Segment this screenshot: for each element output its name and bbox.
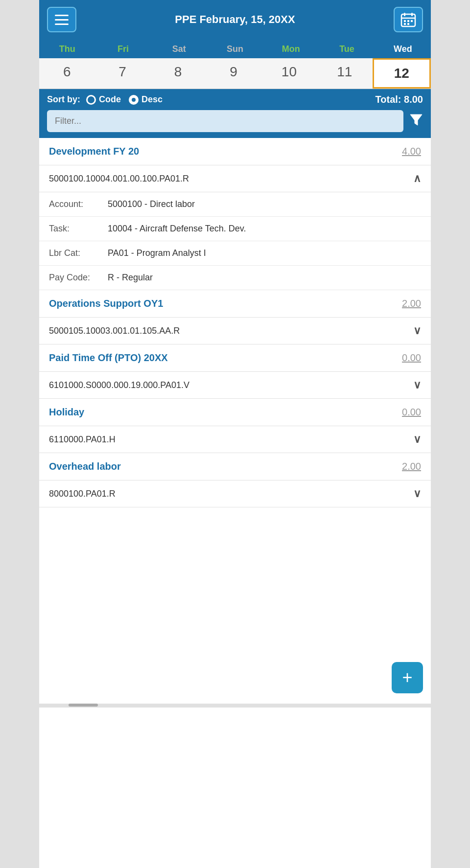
- detail-label-account: Account:: [49, 199, 108, 209]
- calendar-icon: [400, 12, 416, 27]
- calendar-button[interactable]: [394, 7, 423, 32]
- code-text-5: 8000100.PA01.R: [49, 489, 116, 499]
- chevron-down-5[interactable]: ∨: [413, 487, 421, 500]
- day-header-wed[interactable]: Wed: [375, 39, 431, 58]
- project-hours-5[interactable]: 2.00: [402, 461, 421, 472]
- filter-icon[interactable]: [409, 113, 423, 130]
- sort-code-radio[interactable]: [86, 95, 96, 105]
- header-title: PPE February, 15, 20XX: [175, 13, 295, 26]
- code-text-1: 5000100.10004.001.00.100.PA01.R: [49, 174, 189, 184]
- project-row-1[interactable]: Development FY 20 4.00: [39, 138, 431, 165]
- project-name-4: Holiday: [49, 407, 84, 418]
- day-header-tue[interactable]: Tue: [319, 39, 375, 58]
- day-number-8[interactable]: 8: [150, 58, 206, 89]
- scrollbar-area: [39, 704, 431, 708]
- svg-rect-5: [407, 20, 409, 22]
- code-row-3[interactable]: 6101000.S0000.000.19.000.PA01.V ∨: [39, 372, 431, 399]
- add-button[interactable]: +: [392, 662, 423, 693]
- sort-code-label: Code: [99, 94, 121, 105]
- sort-label: Sort by:: [47, 94, 80, 105]
- radio-group: Code Desc: [86, 94, 376, 105]
- sort-desc-label: Desc: [141, 94, 163, 105]
- day-number-6[interactable]: 6: [39, 58, 94, 89]
- day-header-thu[interactable]: Thu: [39, 39, 95, 58]
- code-row-4[interactable]: 6110000.PA01.H ∨: [39, 426, 431, 453]
- code-text-2: 5000105.10003.001.01.105.AA.R: [49, 326, 180, 336]
- project-row-2[interactable]: Operations Support OY1 2.00: [39, 290, 431, 318]
- hamburger-line-2: [55, 19, 69, 21]
- detail-row-lbrcat: Lbr Cat: PA01 - Program Analyst I: [39, 241, 431, 266]
- add-button-label: +: [402, 667, 412, 688]
- project-hours-2[interactable]: 2.00: [402, 298, 421, 309]
- detail-row-task: Task: 10004 - Aircraft Defense Tech. Dev…: [39, 217, 431, 241]
- total-label: Total: 8.00: [376, 94, 423, 105]
- code-row-1[interactable]: 5000100.10004.001.00.100.PA01.R ∧: [39, 165, 431, 192]
- svg-rect-7: [404, 23, 406, 25]
- sort-desc-option[interactable]: Desc: [129, 94, 163, 105]
- hamburger-line-3: [55, 23, 69, 25]
- project-name-5: Overhead labor: [49, 461, 121, 472]
- day-number-10[interactable]: 10: [261, 58, 317, 89]
- filter-input[interactable]: [47, 110, 403, 132]
- project-name-1: Development FY 20: [49, 146, 139, 157]
- content-spacer: [39, 507, 431, 654]
- project-name-3: Paid Time Off (PTO) 20XX: [49, 352, 168, 364]
- detail-value-task: 10004 - Aircraft Defense Tech. Dev.: [108, 224, 421, 234]
- project-row-3[interactable]: Paid Time Off (PTO) 20XX 0.00: [39, 344, 431, 372]
- hamburger-line-1: [55, 15, 69, 16]
- project-hours-3[interactable]: 0.00: [402, 352, 421, 364]
- day-selector: Thu Fri Sat Sun Mon Tue Wed 6 7 8 9 10 1…: [39, 39, 431, 89]
- svg-rect-6: [411, 20, 413, 22]
- svg-marker-9: [410, 114, 422, 125]
- detail-label-lbrcat: Lbr Cat:: [49, 248, 108, 258]
- detail-label-paycode: Pay Code:: [49, 273, 108, 283]
- project-row-5[interactable]: Overhead labor 2.00: [39, 453, 431, 480]
- detail-label-task: Task:: [49, 224, 108, 234]
- svg-rect-8: [407, 23, 409, 25]
- chevron-up-1[interactable]: ∧: [413, 172, 421, 185]
- day-number-9[interactable]: 9: [206, 58, 261, 89]
- detail-value-paycode: R - Regular: [108, 273, 421, 283]
- day-numbers: 6 7 8 9 10 11 12: [39, 58, 431, 89]
- project-row-4[interactable]: Holiday 0.00: [39, 399, 431, 426]
- code-row-2[interactable]: 5000105.10003.001.01.105.AA.R ∨: [39, 318, 431, 344]
- detail-value-account: 5000100 - Direct labor: [108, 199, 421, 209]
- svg-rect-4: [404, 20, 406, 22]
- menu-button[interactable]: [47, 7, 76, 32]
- detail-row-paycode: Pay Code: R - Regular: [39, 266, 431, 290]
- code-text-4: 6110000.PA01.H: [49, 434, 116, 445]
- sort-desc-radio[interactable]: [129, 95, 139, 105]
- day-header-sun[interactable]: Sun: [207, 39, 263, 58]
- project-hours-4[interactable]: 0.00: [402, 407, 421, 418]
- content-list: Development FY 20 4.00 5000100.10004.001…: [39, 138, 431, 507]
- app-container: PPE February, 15, 20XX Thu Fri Sat Sun M…: [39, 0, 431, 868]
- svg-rect-1: [404, 13, 405, 16]
- detail-value-lbrcat: PA01 - Program Analyst I: [108, 248, 421, 258]
- day-number-11[interactable]: 11: [317, 58, 372, 89]
- chevron-down-4[interactable]: ∨: [413, 433, 421, 446]
- code-row-5[interactable]: 8000100.PA01.R ∨: [39, 480, 431, 507]
- code-text-3: 6101000.S0000.000.19.000.PA01.V: [49, 380, 189, 390]
- detail-row-account: Account: 5000100 - Direct labor: [39, 192, 431, 217]
- day-headers: Thu Fri Sat Sun Mon Tue Wed: [39, 39, 431, 58]
- svg-rect-2: [411, 13, 413, 16]
- day-number-7[interactable]: 7: [94, 58, 150, 89]
- day-header-fri[interactable]: Fri: [95, 39, 151, 58]
- filter-bar: [39, 110, 431, 138]
- sort-code-option[interactable]: Code: [86, 94, 121, 105]
- day-header-mon[interactable]: Mon: [263, 39, 319, 58]
- scrollbar-thumb: [69, 704, 98, 707]
- day-header-sat[interactable]: Sat: [151, 39, 207, 58]
- add-btn-container: +: [39, 654, 431, 703]
- chevron-down-3[interactable]: ∨: [413, 379, 421, 391]
- chevron-down-2[interactable]: ∨: [413, 324, 421, 337]
- project-name-2: Operations Support OY1: [49, 298, 163, 309]
- project-hours-1[interactable]: 4.00: [402, 146, 421, 157]
- day-number-12[interactable]: 12: [373, 58, 431, 89]
- sort-bar: Sort by: Code Desc Total: 8.00: [39, 89, 431, 110]
- header: PPE February, 15, 20XX: [39, 0, 431, 39]
